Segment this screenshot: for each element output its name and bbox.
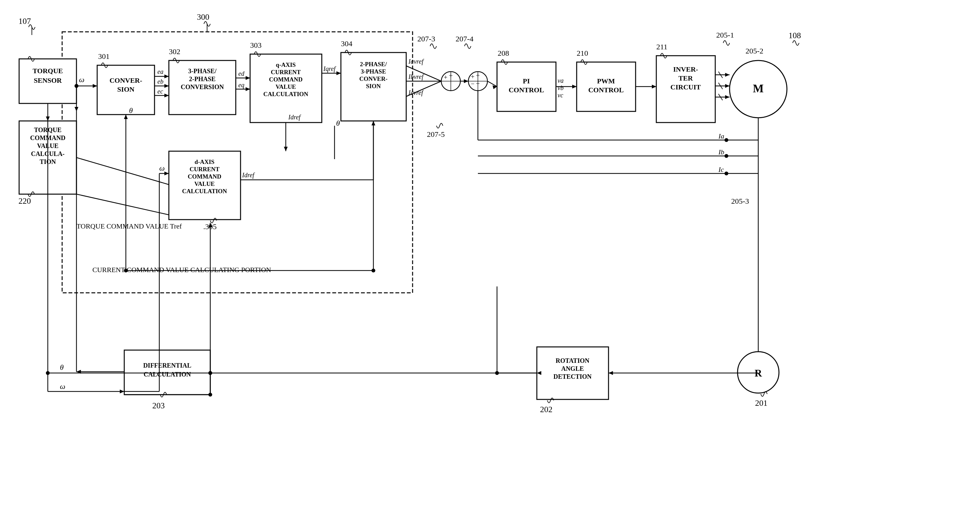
ref-207-3: 207-3 xyxy=(417,35,435,43)
svg-marker-56 xyxy=(246,87,250,91)
vb-label: vb xyxy=(558,84,563,91)
svg-text:CURRENT: CURRENT xyxy=(271,69,301,75)
diagram-svg: 107 300 TORQUE SENSOR TORQUE COMMAND VAL… xyxy=(0,0,980,514)
svg-marker-136 xyxy=(75,107,78,111)
minus-sign-2: − xyxy=(471,80,474,87)
d-axis-command-label: COMMAND xyxy=(188,173,221,180)
vc-label: vc xyxy=(558,92,563,99)
svg-text:CALCULATION: CALCULATION xyxy=(263,91,308,97)
svg-marker-78 xyxy=(725,73,730,77)
iavref-label: Iavref xyxy=(408,58,424,65)
ed-label: ed xyxy=(238,70,245,77)
conversion-label: CONVER- xyxy=(110,76,142,84)
inverter-label: INVER- xyxy=(673,65,698,73)
svg-text:2-PHASE: 2-PHASE xyxy=(189,75,215,82)
pwm-label: PWM xyxy=(597,77,615,85)
theta-label-conv: θ xyxy=(129,106,133,114)
svg-marker-58 xyxy=(336,71,341,75)
eq-label: eq xyxy=(238,81,244,89)
svg-marker-51 xyxy=(164,84,169,88)
plus-sign-1: + xyxy=(444,74,447,81)
ec-label: ec xyxy=(158,88,163,95)
svg-marker-79 xyxy=(725,84,730,88)
ib-label: Ib xyxy=(718,148,724,156)
svg-text:VALUE: VALUE xyxy=(275,83,296,90)
ibvref-label: Ibvref xyxy=(408,73,424,81)
svg-line-69 xyxy=(487,81,497,87)
svg-text:SION: SION xyxy=(117,85,134,93)
2phase-3phase-label: 2-PHASE/ xyxy=(360,61,387,67)
idref-label2: Idref xyxy=(242,171,255,179)
ic-label: Ic xyxy=(718,165,724,173)
svg-line-123 xyxy=(76,157,169,185)
iqref-label: Iqref xyxy=(323,65,336,73)
ref-211: 211 xyxy=(656,43,667,51)
svg-marker-72 xyxy=(572,85,577,89)
svg-marker-50 xyxy=(164,75,169,78)
ref-300: 300 xyxy=(197,13,209,22)
ref-205-3: 205-3 xyxy=(731,197,749,205)
d-axis-calc-label: CALCULATION xyxy=(182,188,227,194)
svg-marker-60 xyxy=(284,147,288,151)
svg-text:CIRCUIT: CIRCUIT xyxy=(670,83,701,91)
svg-text:TER: TER xyxy=(678,74,693,82)
current-cmd-portion-label: CURRENT COMMAND VALUE CALCULATING PORTIO… xyxy=(92,266,271,274)
d-axis-value-label: VALUE xyxy=(194,181,215,187)
rotation-angle-label2: ANGLE xyxy=(561,365,584,372)
svg-point-101 xyxy=(371,269,375,273)
ref-303: 303 xyxy=(250,41,262,49)
svg-text:SENSOR: SENSOR xyxy=(34,76,62,84)
theta-label-2p3p: θ xyxy=(336,119,340,127)
ref-202: 202 xyxy=(540,405,552,414)
ia-label: Ia xyxy=(718,132,724,140)
svg-point-93 xyxy=(724,154,728,158)
svg-text:SION: SION xyxy=(366,83,381,89)
svg-point-127 xyxy=(208,393,212,397)
ref-302: 302 xyxy=(169,48,180,56)
ref-304: 304 xyxy=(341,40,352,48)
d-axis-label: d-AXIS xyxy=(195,159,215,165)
plus-sign-2: + xyxy=(471,73,474,80)
svg-marker-111 xyxy=(609,371,613,375)
omega-signal: ω xyxy=(79,75,84,84)
ref-203: 203 xyxy=(152,401,165,410)
motor-label: M xyxy=(753,82,764,95)
theta-feedback-label: θ xyxy=(60,363,64,371)
idref-label1: Idref xyxy=(288,114,301,121)
omega-d-axis-label: ω xyxy=(159,164,165,172)
svg-line-124 xyxy=(76,194,169,215)
diagram-container: 107 300 TORQUE SENSOR TORQUE COMMAND VAL… xyxy=(0,0,980,514)
svg-marker-52 xyxy=(164,94,169,97)
svg-text:CONTROL: CONTROL xyxy=(509,86,544,94)
svg-marker-74 xyxy=(652,85,656,89)
omega-feedback-label: ω xyxy=(60,382,65,390)
rotation-detection-label: DETECTION xyxy=(554,373,592,380)
svg-text:3-PHASE: 3-PHASE xyxy=(361,68,386,75)
ref-301: 301 xyxy=(98,52,110,60)
diff-calc-label: DIFFERENTIAL xyxy=(143,362,191,369)
q-axis-label: q-AXIS xyxy=(276,62,296,68)
ref-208: 208 xyxy=(498,49,509,57)
ea-label: ea xyxy=(158,68,164,75)
ref-210: 210 xyxy=(577,49,588,57)
svg-marker-105 xyxy=(124,114,128,119)
svg-marker-116 xyxy=(120,390,124,393)
svg-text:CONTROL: CONTROL xyxy=(588,86,624,94)
ref-107: 107 xyxy=(19,17,31,26)
ref-201: 201 xyxy=(755,398,767,408)
3phase-label: 3-PHASE/ xyxy=(188,67,216,75)
torque-cmd-value-label: TORQUE COMMAND VALUE Tref xyxy=(76,222,182,230)
svg-marker-45 xyxy=(93,84,97,88)
ref-108: 108 xyxy=(789,31,801,40)
ref-207-4: 207-4 xyxy=(456,35,473,43)
eb-label: eb xyxy=(158,78,164,85)
ref-220: 220 xyxy=(19,197,31,206)
svg-marker-80 xyxy=(725,95,730,99)
svg-point-118 xyxy=(46,371,50,375)
d-axis-current-label: CURRENT xyxy=(189,166,220,173)
icvref-label: Icvref xyxy=(408,89,424,97)
svg-text:COMMAND: COMMAND xyxy=(269,76,303,83)
svg-marker-43 xyxy=(46,116,50,121)
ref-205-1: 205-1 xyxy=(716,31,734,39)
svg-text:CONVER-: CONVER- xyxy=(360,75,388,82)
